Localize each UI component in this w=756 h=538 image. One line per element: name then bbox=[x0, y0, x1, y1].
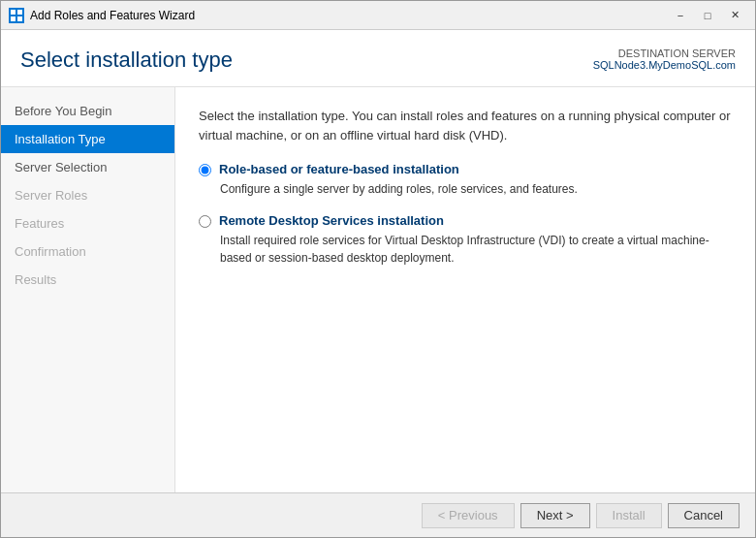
server-name: SQLNode3.MyDemoSQL.com bbox=[593, 59, 736, 71]
app-icon bbox=[9, 8, 24, 23]
sidebar-item-features: Features bbox=[1, 209, 174, 237]
radio-remote-desktop[interactable] bbox=[199, 215, 211, 228]
title-bar: Add Roles and Features Wizard − □ ✕ bbox=[1, 1, 755, 30]
radio-role-based[interactable] bbox=[199, 164, 211, 176]
header: Select installation type DESTINATION SER… bbox=[1, 30, 755, 87]
next-button[interactable]: Next > bbox=[520, 503, 590, 528]
sidebar-item-server-selection[interactable]: Server Selection bbox=[1, 153, 174, 181]
option-role-based-desc: Configure a single server by adding role… bbox=[220, 180, 732, 198]
sidebar-item-confirmation: Confirmation bbox=[1, 237, 174, 266]
sidebar-item-server-roles: Server Roles bbox=[1, 181, 174, 209]
footer: < Previous Next > Install Cancel bbox=[1, 492, 755, 537]
sidebar-item-results: Results bbox=[1, 266, 174, 294]
sidebar-item-before-you-begin[interactable]: Before You Begin bbox=[1, 97, 174, 125]
content-area: Select installation type DESTINATION SER… bbox=[1, 30, 755, 492]
svg-rect-2 bbox=[11, 16, 16, 21]
destination-server: DESTINATION SERVER SQLNode3.MyDemoSQL.co… bbox=[593, 47, 736, 71]
close-button[interactable]: ✕ bbox=[722, 6, 747, 25]
title-bar-controls: − □ ✕ bbox=[668, 6, 747, 25]
svg-rect-3 bbox=[17, 16, 22, 21]
option-remote-desktop-desc: Install required role services for Virtu… bbox=[220, 232, 732, 267]
option-remote-desktop-title[interactable]: Remote Desktop Services installation bbox=[219, 213, 444, 228]
previous-button[interactable]: < Previous bbox=[422, 503, 515, 528]
window: Add Roles and Features Wizard − □ ✕ Sele… bbox=[0, 0, 756, 538]
option-remote-desktop: Remote Desktop Services installation Ins… bbox=[199, 213, 732, 267]
title-bar-text: Add Roles and Features Wizard bbox=[30, 9, 668, 22]
right-panel: Select the installation type. You can in… bbox=[175, 87, 755, 492]
sidebar: Before You Begin Installation Type Serve… bbox=[1, 87, 175, 492]
sidebar-item-installation-type[interactable]: Installation Type bbox=[1, 125, 174, 153]
cancel-button[interactable]: Cancel bbox=[668, 503, 740, 528]
option-role-based: Role-based or feature-based installation… bbox=[199, 162, 732, 198]
install-button[interactable]: Install bbox=[596, 503, 662, 528]
destination-label: DESTINATION SERVER bbox=[593, 47, 736, 59]
main-body: Before You Begin Installation Type Serve… bbox=[1, 87, 755, 492]
option-role-based-title[interactable]: Role-based or feature-based installation bbox=[219, 162, 459, 176]
page-title: Select installation type bbox=[20, 47, 233, 73]
svg-rect-1 bbox=[17, 10, 22, 15]
svg-rect-0 bbox=[11, 10, 16, 15]
minimize-button[interactable]: − bbox=[668, 6, 693, 25]
maximize-button[interactable]: □ bbox=[695, 6, 720, 25]
panel-description: Select the installation type. You can in… bbox=[199, 107, 732, 144]
